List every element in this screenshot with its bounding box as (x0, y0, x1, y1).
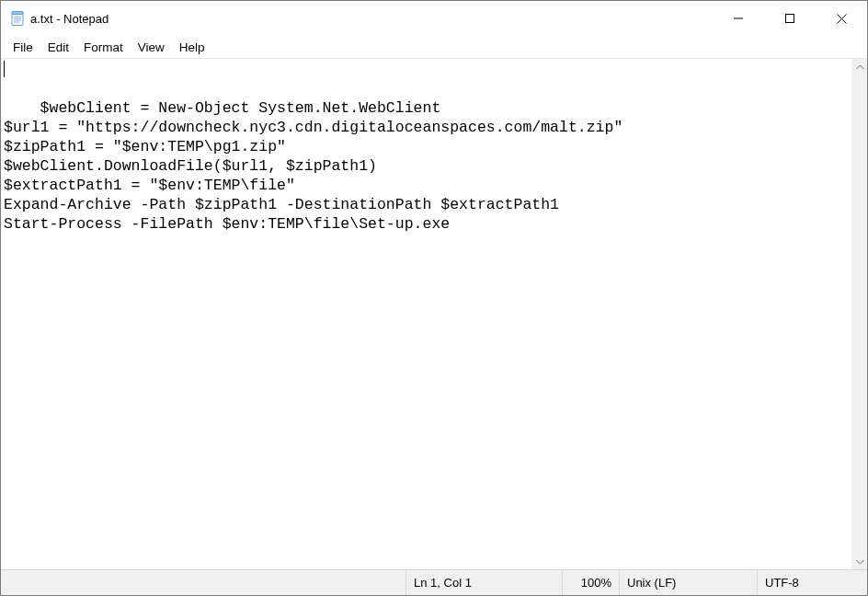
window-title: a.txt - Notepad (30, 11, 713, 26)
close-icon (837, 14, 847, 24)
chevron-up-icon (856, 64, 864, 70)
menu-view[interactable]: View (131, 39, 172, 56)
menu-file[interactable]: File (6, 39, 40, 56)
editor-area: $webClient = New-Object System.Net.WebCl… (1, 58, 867, 569)
status-encoding: UTF-8 (757, 570, 867, 595)
menu-format[interactable]: Format (76, 39, 131, 56)
menu-help[interactable]: Help (172, 39, 212, 56)
scroll-down-button[interactable] (852, 554, 867, 569)
svg-rect-1 (12, 12, 23, 15)
close-button[interactable] (816, 1, 867, 36)
statusbar: Ln 1, Col 1 100% Unix (LF) UTF-8 (1, 569, 867, 595)
maximize-button[interactable] (764, 1, 816, 36)
chevron-down-icon (856, 559, 864, 565)
notepad-window: a.txt - Notepad File Edit Format View He… (0, 0, 868, 596)
text-caret (4, 61, 5, 77)
menu-edit[interactable]: Edit (40, 39, 76, 56)
status-caret-position: Ln 1, Col 1 (405, 570, 562, 595)
text-editor[interactable]: $webClient = New-Object System.Net.WebCl… (1, 59, 851, 569)
scrollbar-track[interactable] (852, 74, 867, 554)
titlebar: a.txt - Notepad (1, 1, 867, 36)
scroll-up-button[interactable] (852, 59, 867, 74)
maximize-icon (785, 14, 794, 23)
notepad-icon (10, 11, 25, 26)
window-controls (713, 1, 867, 36)
vertical-scrollbar[interactable] (851, 59, 867, 569)
status-line-ending: Unix (LF) (619, 570, 757, 595)
menubar: File Edit Format View Help (1, 36, 867, 58)
statusbar-spacer (1, 570, 405, 595)
minimize-button[interactable] (713, 1, 764, 36)
minimize-icon (734, 14, 743, 23)
svg-rect-7 (786, 15, 794, 23)
status-zoom: 100% (562, 570, 619, 595)
